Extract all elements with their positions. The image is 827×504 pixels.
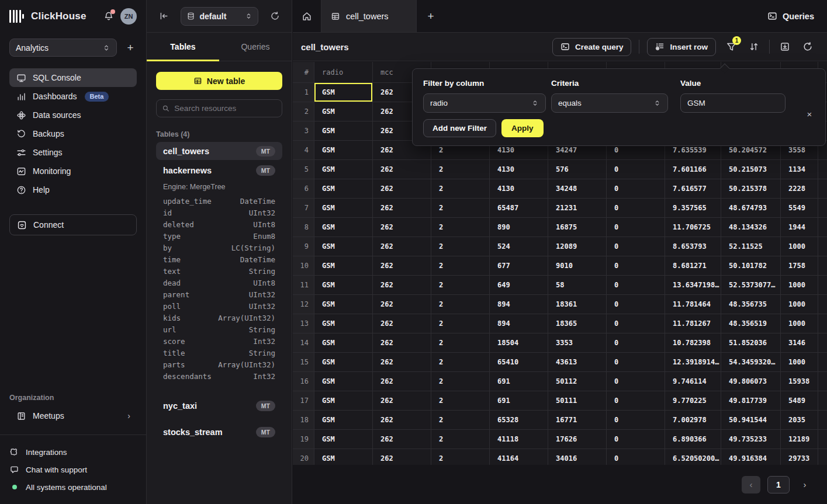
row-number-cell[interactable]: 3 [293,121,314,140]
table-cell[interactable]: 3353 [548,333,607,352]
create-query-button[interactable]: Create query [552,38,632,56]
table-cell[interactable]: 0 [607,295,665,314]
table-cell[interactable]: 4130 [490,179,548,198]
prev-page-button[interactable]: ‹ [742,476,760,493]
table-cell[interactable]: 649 [490,276,548,294]
table-cell[interactable]: 1000 [781,295,818,314]
table-cell[interactable]: 2 [431,411,490,429]
table-cell[interactable]: 16771 [548,411,607,429]
table-cell[interactable]: 677 [490,256,548,275]
row-number-cell[interactable]: 4 [293,141,314,159]
table-cell[interactable]: 1134 [781,160,818,179]
table-cell[interactable]: 2 [431,256,490,275]
filter-button[interactable]: 1 [724,39,739,54]
row-number-cell[interactable]: 5 [293,160,314,179]
table-cell[interactable]: 890 [490,218,548,237]
add-workspace-button[interactable]: + [124,41,137,54]
table-cell[interactable]: 576 [548,160,607,179]
row-number-cell[interactable]: 2 [293,102,314,121]
table-cell[interactable]: GSM [314,333,373,352]
table-cell[interactable]: 41118 [490,430,548,449]
refresh-tables-button[interactable] [267,9,282,24]
sidebar-item-backups[interactable]: Backups [9,124,137,143]
table-cell[interactable]: 262 [373,411,431,429]
footer-item-chat-with-support[interactable]: Chat with support [9,461,137,478]
table-cell[interactable]: 54.3459320… [721,353,781,371]
table-cell[interactable]: 0 [607,276,665,294]
table-cell[interactable]: 48.356735 [721,295,781,314]
table-cell[interactable]: 49.806073 [721,372,781,391]
table-cell[interactable]: GSM [314,179,373,198]
table-cell[interactable]: 11.781267 [665,314,721,333]
table-cell[interactable]: 12.3918914… [665,353,721,371]
search-resources-input[interactable] [174,104,276,113]
row-number-cell[interactable]: 12 [293,295,314,314]
table-cell[interactable]: GSM [314,102,373,121]
table-cell[interactable]: 0 [607,430,665,449]
table-cell[interactable]: 262 [373,179,431,198]
table-cell[interactable]: 2 [431,372,490,391]
table-cell[interactable]: 262 [373,295,431,314]
table-list-item-nyc_taxi[interactable]: nyc_taxiMT [156,397,282,415]
table-cell[interactable]: 1000 [781,353,818,371]
table-cell[interactable]: 10.782398 [665,333,721,352]
table-cell[interactable]: GSM [314,199,373,217]
table-cell[interactable]: 11.706725 [665,218,721,237]
table-cell[interactable]: 2035 [781,411,818,429]
table-cell[interactable]: 7.616577 [665,179,721,198]
table-cell[interactable]: 48.356519 [721,314,781,333]
table-cell[interactable]: 8.681271 [665,256,721,275]
row-number-cell[interactable]: 16 [293,372,314,391]
table-cell[interactable]: 49.735233 [721,430,781,449]
tab-tables[interactable]: Tables [147,33,219,61]
row-number-cell[interactable]: 10 [293,256,314,275]
table-cell[interactable]: 34248 [548,179,607,198]
table-cell[interactable]: 8.653793 [665,237,721,256]
table-cell[interactable]: 1000 [781,314,818,333]
filter-column-select[interactable]: radio [423,93,546,113]
row-number-header[interactable]: # [293,62,314,82]
table-cell[interactable]: 51.852036 [721,333,781,352]
row-number-cell[interactable]: 11 [293,276,314,294]
next-page-button[interactable]: › [797,476,813,493]
table-cell[interactable]: 2 [431,295,490,314]
table-cell[interactable]: 0 [607,353,665,371]
table-cell[interactable]: 1944 [781,218,818,237]
table-cell[interactable]: 1000 [781,237,818,256]
table-cell[interactable]: 15938 [781,372,818,391]
table-cell[interactable]: 65410 [490,353,548,371]
table-cell[interactable]: 262 [373,218,431,237]
collapse-sidebar-button[interactable] [156,9,171,24]
table-cell[interactable]: 43613 [548,353,607,371]
table-cell[interactable]: GSM [314,411,373,429]
table-cell[interactable]: 262 [373,256,431,275]
row-number-cell[interactable]: 19 [293,430,314,449]
row-number-cell[interactable]: 7 [293,199,314,217]
table-cell[interactable]: 9.746114 [665,372,721,391]
table-cell[interactable]: 262 [373,391,431,410]
sort-button[interactable] [746,39,762,54]
table-cell[interactable]: 50.101782 [721,256,781,275]
sidebar-item-meetups[interactable]: Meetups › [9,406,137,425]
filter-criteria-select[interactable]: equals [551,93,668,113]
table-cell[interactable]: GSM [314,141,373,159]
table-cell[interactable]: GSM [314,314,373,333]
table-cell[interactable]: 0 [607,256,665,275]
apply-filter-button[interactable]: Apply [501,119,544,137]
table-cell[interactable]: 50111 [548,391,607,410]
row-number-cell[interactable]: 8 [293,218,314,237]
table-cell[interactable]: 2 [431,391,490,410]
download-button[interactable] [777,39,793,54]
table-cell[interactable]: 52.5373077… [721,276,781,294]
table-cell[interactable]: 2 [431,160,490,179]
row-number-cell[interactable]: 1 [293,83,314,102]
table-cell[interactable]: GSM [314,430,373,449]
table-cell[interactable]: 894 [490,295,548,314]
sidebar-item-sql-console[interactable]: SQL Console [9,68,137,87]
table-cell[interactable]: 2 [431,333,490,352]
table-cell[interactable]: 49.817739 [721,391,781,410]
refresh-data-button[interactable] [800,39,815,54]
table-cell[interactable]: 6.890366 [665,430,721,449]
footer-item-integrations[interactable]: Integrations [9,443,137,461]
table-cell[interactable]: 0 [607,237,665,256]
